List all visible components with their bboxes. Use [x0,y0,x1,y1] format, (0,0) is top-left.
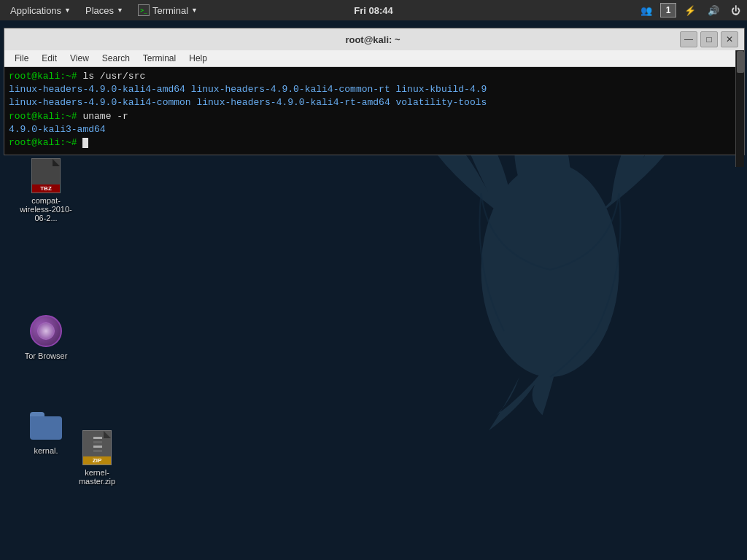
terminal-line-5: 4.9.0-kali3-amd64 [9,123,740,136]
terminal-line-6: root@kali:~# [9,136,740,149]
terminal-window: root@kali: ~ — □ ✕ File Edit View Search… [4,28,745,155]
term-file-menu[interactable]: File [9,52,34,65]
terminal-line-4: root@kali:~# uname -r [9,110,740,123]
folder-img [28,408,63,443]
output-2: linux-headers-4.9.0-kali4-common linux-h… [9,97,487,108]
command-2: uname -r [82,111,128,122]
prompt-3: root@kali:~# [9,137,82,148]
prompt-1: root@kali:~# [9,71,82,82]
people-icon[interactable]: 👥 [637,4,656,18]
clock: Fri 08:44 [354,5,392,16]
workspace-badge[interactable]: 1 [660,3,676,18]
volume-icon[interactable]: 🔊 [704,4,723,18]
terminal-line-2: linux-headers-4.9.0-kali4-amd64 linux-he… [9,83,740,96]
tor-browser-img [28,314,63,349]
term-view-menu[interactable]: View [64,52,95,65]
terminal-arrow-icon: ▼ [191,7,198,14]
power-icon[interactable]: ⏻ [727,4,744,18]
applications-label: Applications [10,5,61,16]
system-tray: 👥 1 ⚡ 🔊 ⏻ [637,3,744,18]
output-1: linux-headers-4.9.0-kali4-amd64 linux-he… [9,84,487,95]
zip-file-img: ZIP [80,430,115,465]
terminal-scrollbar[interactable] [735,50,744,167]
close-button[interactable]: ✕ [721,31,738,47]
svg-point-0 [481,163,619,377]
kernel-master-zip-icon[interactable]: ZIP kernel-master.zip [64,427,130,489]
minimize-button[interactable]: — [680,31,697,47]
terminal-menu-bar: File Edit View Search Terminal Help [4,50,744,67]
term-edit-menu[interactable]: Edit [36,52,63,65]
term-terminal-menu[interactable]: Terminal [137,52,182,65]
menubar: Applications ▼ Places ▼ >_ Terminal ▼ Fr… [0,0,747,20]
output-3: 4.9.0-kali3-amd64 [9,124,106,135]
scroll-thumb[interactable] [737,51,744,73]
terminal-titlebar: root@kali: ~ — □ ✕ [4,28,744,50]
network-icon[interactable]: ⚡ [681,4,700,18]
terminal-menu[interactable]: >_ Terminal ▼ [131,0,205,20]
tor-browser-label: Tor Browser [25,351,68,360]
term-help-menu[interactable]: Help [183,52,213,65]
cursor [82,138,88,148]
terminal-title: root@kali: ~ [69,34,677,45]
desktop: TBZ compat-wireless-2010-06-2... Tor Bro… [0,20,747,560]
compat-wireless-label: compat-wireless-2010-06-2... [16,196,76,222]
window-buttons: — □ ✕ [677,31,738,47]
tbz-file-icon: TBZ [28,158,63,193]
term-search-menu[interactable]: Search [96,52,136,65]
kernal-folder-label: kernal. [34,446,58,455]
terminal-content[interactable]: root@kali:~# ls /usr/src linux-headers-4… [4,67,744,155]
terminal-label: Terminal [152,5,188,16]
places-arrow-icon: ▼ [117,7,123,14]
command-1: ls /usr/src [82,71,145,82]
places-label: Places [85,5,114,16]
terminal-line-1: root@kali:~# ls /usr/src [9,70,740,83]
terminal-line-3: linux-headers-4.9.0-kali4-common linux-h… [9,96,740,109]
compat-wireless-icon[interactable]: TBZ compat-wireless-2010-06-2... [13,155,79,225]
tor-browser-icon[interactable]: Tor Browser [13,311,79,363]
maximize-button[interactable]: □ [700,31,718,47]
applications-menu[interactable]: Applications ▼ [3,0,78,20]
prompt-2: root@kali:~# [9,111,82,122]
places-menu[interactable]: Places ▼ [78,0,131,20]
terminal-icon: >_ [138,4,150,16]
applications-arrow-icon: ▼ [64,7,71,14]
kernel-master-zip-label: kernel-master.zip [67,468,127,486]
